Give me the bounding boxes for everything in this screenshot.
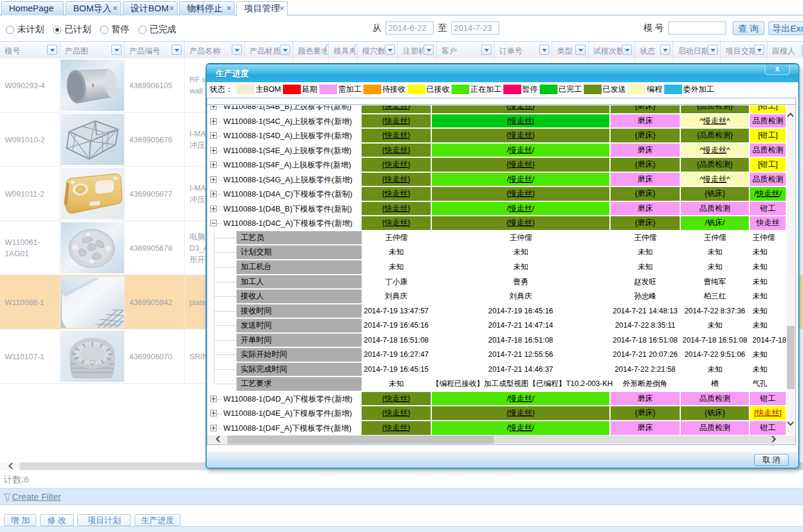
filter-dropdown-icon[interactable] [172, 45, 182, 55]
status-cell[interactable]: ^慢走丝^ [681, 114, 749, 128]
status-cell[interactable]: /快走丝/ [750, 187, 786, 201]
status-cell[interactable]: {快走丝} [362, 144, 431, 157]
tab-close-icon[interactable]: × [169, 5, 174, 12]
tree-row[interactable]: W110088-1(D4B_B)下模板零件(新制){快走丝}/慢走丝/磨床品质检… [207, 202, 786, 217]
grid-scrollbar-thumb[interactable] [228, 435, 494, 444]
tab-物料停止[interactable]: 物料停止× [179, 1, 235, 15]
tab-close-icon[interactable]: × [279, 5, 284, 12]
footer-button-3[interactable]: 项目计划 [77, 514, 131, 526]
status-cell[interactable]: {磨床} [611, 105, 680, 113]
tree-row[interactable]: W110088-1(S4F_A)上脱板零件(新增){快走丝}{慢走丝}{磨床}{… [207, 158, 786, 173]
dialog-close-button[interactable]: X [765, 65, 790, 75]
filter-dropdown-icon[interactable] [232, 45, 242, 55]
status-cell[interactable]: {慢走丝} [432, 105, 609, 113]
cancel-button[interactable]: 取 消 [754, 454, 789, 466]
status-cell[interactable]: 品质检测 [750, 144, 786, 157]
status-cell[interactable]: [钳工] [750, 129, 786, 142]
grid-scroll-left-icon[interactable] [216, 435, 222, 442]
status-cell[interactable]: {磨床} [611, 187, 680, 201]
status-cell[interactable]: /慢走丝/ [432, 392, 609, 406]
tab-BOM导入[interactable]: BOM导入× [66, 1, 121, 15]
status-cell[interactable]: {慢走丝} [432, 216, 609, 230]
status-cell[interactable]: 品质检测 [750, 114, 786, 128]
scroll-up-icon[interactable] [787, 113, 793, 119]
status-cell[interactable]: {快走丝} [362, 216, 431, 230]
scroll-left-icon[interactable] [8, 462, 15, 469]
status-cell[interactable]: /慢走丝/ [432, 202, 609, 216]
tab-close-icon[interactable]: × [226, 5, 231, 12]
filter-dropdown-icon[interactable] [47, 45, 57, 55]
status-cell[interactable]: {快走丝} [362, 202, 431, 216]
search-button[interactable]: 查 询 [733, 21, 764, 35]
status-cell[interactable]: {慢走丝} [432, 187, 609, 201]
expand-icon[interactable] [210, 206, 217, 212]
radio-circle-icon[interactable] [138, 26, 147, 34]
status-cell[interactable]: /慢走丝/ [432, 144, 609, 157]
status-cell[interactable]: /慢走丝/ [432, 173, 609, 186]
status-cell[interactable]: |慢走丝| [432, 114, 609, 128]
expand-icon[interactable] [210, 396, 217, 402]
status-cell[interactable]: {快走丝} [362, 158, 431, 172]
status-cell[interactable]: {快走丝} [362, 392, 431, 406]
status-cell[interactable]: {慢走丝} [432, 406, 609, 420]
status-cell[interactable]: /慢走丝/ [432, 421, 609, 435]
filter-dropdown-icon[interactable] [111, 45, 122, 55]
status-cell[interactable]: {快走丝} [362, 187, 431, 201]
status-cell[interactable]: 钳工 [750, 202, 786, 216]
status-cell[interactable]: [快走丝] [750, 406, 786, 420]
expand-icon[interactable] [210, 425, 217, 431]
radio-circle-icon[interactable] [100, 26, 108, 34]
status-cell[interactable]: 磨床 [611, 421, 680, 435]
status-cell[interactable]: 磨床 [611, 392, 680, 406]
status-cell[interactable]: {慢走丝} [432, 129, 609, 142]
filter-dropdown-icon[interactable] [385, 45, 395, 55]
tree-row[interactable]: W110088-1(S4E_A)上脱板零件(新增){快走丝}/慢走丝/磨床^慢走… [207, 144, 786, 158]
status-cell[interactable]: 品质检测 [750, 173, 786, 186]
radio-暂停[interactable]: 暂停 [100, 24, 129, 35]
tree-row[interactable]: W110088-1(S4D_A)上脱板零件(新增){快走丝}{慢走丝}{磨床}{… [207, 129, 786, 144]
radio-已计划[interactable]: 已计划 [53, 24, 91, 35]
tab-close-icon[interactable]: × [113, 5, 117, 12]
filter-dropdown-icon[interactable] [575, 45, 586, 55]
radio-circle-icon[interactable] [53, 26, 61, 34]
export-excel-button[interactable]: 导出Excel [768, 21, 803, 35]
footer-button-1[interactable]: 增 加 [4, 514, 36, 526]
status-cell[interactable]: [钳工] [750, 105, 786, 113]
status-cell[interactable]: {铣床} [681, 406, 749, 420]
expand-icon[interactable] [210, 105, 217, 110]
filter-dropdown-icon[interactable] [622, 45, 632, 55]
status-cell[interactable]: {快走丝} [362, 406, 431, 420]
collapse-icon[interactable] [210, 220, 217, 226]
mold-no-input[interactable] [668, 21, 726, 35]
status-cell[interactable]: /铣床/ [681, 216, 749, 230]
footer-button-2[interactable]: 修 改 [40, 514, 74, 526]
status-cell[interactable]: {快走丝} [362, 173, 431, 186]
status-cell[interactable]: {磨床} [611, 129, 680, 142]
filter-dropdown-icon[interactable] [424, 45, 434, 55]
status-cell[interactable]: {磨床} [611, 216, 680, 230]
expand-icon[interactable] [210, 176, 217, 183]
filter-dropdown-icon[interactable] [708, 45, 718, 55]
status-cell[interactable]: 磨床 [611, 173, 680, 186]
footer-button-4[interactable]: 生产进度 [135, 514, 180, 526]
filter-dropdown-icon[interactable] [481, 45, 491, 55]
expand-icon[interactable] [210, 147, 217, 154]
status-cell[interactable]: 品质检测 [681, 392, 749, 406]
expand-icon[interactable] [210, 191, 217, 197]
status-cell[interactable]: {快走丝} [362, 421, 431, 435]
status-cell[interactable]: ^慢走丝^ [681, 173, 749, 186]
expand-icon[interactable] [210, 161, 217, 168]
status-cell[interactable]: 钳工 [750, 392, 786, 406]
status-cell[interactable]: {品质检测} [681, 129, 749, 142]
filter-dropdown-icon[interactable] [754, 45, 764, 55]
tab-项目管理[interactable]: 项目管理× [236, 1, 288, 16]
tree-row[interactable]: W110088-1(D4F_A)下模板零件(新增){快走丝}/慢走丝/磨床品质检… [207, 421, 786, 435]
expand-icon[interactable] [210, 132, 217, 139]
date-to-input[interactable] [451, 21, 499, 35]
vertical-scrollbar-thumb[interactable] [787, 326, 795, 389]
radio-未计划[interactable]: 未计划 [6, 24, 44, 35]
tree-row[interactable]: W110088-1(S4B_B)上脱板零件(新制){快走丝}{慢走丝}{磨床}{… [207, 105, 786, 114]
grid-horizontal-scrollbar[interactable] [207, 435, 795, 444]
expand-icon[interactable] [210, 410, 217, 416]
tree-row[interactable]: W110088-1(D4E_A)下模板零件(新增){快走丝}{慢走丝}{磨床}{… [207, 406, 786, 421]
